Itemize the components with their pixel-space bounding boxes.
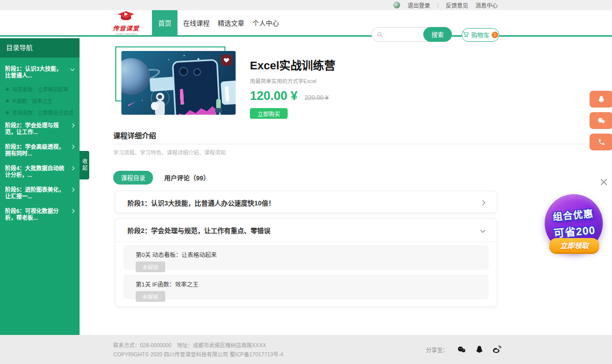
sidebar-item-label: 阶段2：学会处理与规范，让工作... (5, 122, 59, 135)
phone-contact-button[interactable] (590, 134, 612, 150)
pie-chart-icon (179, 67, 189, 76)
chart-panel-right (220, 80, 236, 105)
tablet-illustration (172, 59, 221, 115)
messages-link[interactable]: 消息中心 (475, 1, 498, 9)
stage2-accordion: 阶段2：学会处理与规范，让工作有重点、零错误 第0关 动态看板：让表格动起来 未… (115, 218, 497, 307)
sidebar-collapse-tab[interactable]: 收起 (80, 151, 89, 179)
sidebar-subitem-dashboard[interactable]: 动态看板：让表格动起来 (0, 83, 80, 95)
sidebar-item-label: 阶段5：进阶图表美化，让汇报一... (5, 187, 64, 199)
search-button[interactable]: 搜索 (423, 27, 452, 42)
user-avatar[interactable] (393, 2, 400, 9)
course-info: Excel实战训练营 用最简单实用的方式学Excel 120.00 ¥ 220.… (250, 56, 434, 119)
logout-link[interactable]: 退出登录 (407, 1, 430, 9)
promo-close-icon[interactable] (599, 177, 608, 187)
course-subtitle: 用最简单实用的方式学Excel (250, 77, 434, 85)
lock-icon (5, 110, 10, 115)
feedback-link[interactable]: 反馈意见 (446, 1, 468, 9)
phone-icon (598, 138, 605, 146)
chevron-right-icon (70, 209, 74, 213)
qq-contact-button[interactable] (590, 91, 612, 108)
page: 退出登录 | 反馈意见 消息中心 传音课堂 CHUANYINKETANG 首页 … (0, 0, 612, 364)
sidebar-item-label: 阶段3：学会高级透视，拥有同时... (5, 144, 64, 157)
sidebar-subitem-lookup-function[interactable]: 查询函数：让数据自己说话 (0, 107, 80, 118)
mini-bar-chart-icon (225, 84, 236, 101)
planet (121, 58, 150, 95)
tab-user-reviews[interactable]: 用户评论（99） (164, 173, 210, 183)
stage1-title: 阶段1：认识3大技能，比普通人办公速度快10倍！ (128, 198, 275, 207)
qq-icon (475, 345, 484, 354)
share-wechat-button[interactable] (456, 345, 467, 354)
sidebar-item-stage3[interactable]: 阶段3：学会高级透视，拥有同时... (0, 140, 80, 161)
stage1-accordion-header[interactable]: 阶段1：认识3大技能，比普通人办公速度快10倍！ (115, 191, 497, 214)
bar-chart-icon (180, 85, 214, 104)
detail-tabs: 课程目录 用户评论（99） (113, 171, 210, 185)
pie-chart-icon (193, 68, 201, 76)
cart-badge: 1 (492, 32, 498, 38)
nav-item-profile[interactable]: 个人中心 (249, 10, 283, 37)
course-title: Excel实战训练营 (250, 56, 434, 72)
search-box: 搜索 (371, 27, 452, 42)
wechat-contact-button[interactable] (590, 112, 612, 129)
cactus-pot (215, 108, 222, 113)
sidebar-item-stage5[interactable]: 阶段5：进阶图表美化，让汇报一... (0, 183, 80, 204)
nav-item-online-courses[interactable]: 在线课程 (180, 10, 213, 37)
cart-label: 购物车 (471, 31, 490, 39)
wechat-icon (597, 117, 606, 125)
chevron-right-icon (70, 166, 74, 170)
nav-item-home[interactable]: 首页 (152, 10, 177, 37)
sidebar-item-label: 阶段4：大批数据自动统计分析，... (5, 165, 64, 178)
logo-subtitle: CHUANYINKETANG (113, 32, 140, 35)
lesson-status-badge: 未解锁 (136, 262, 165, 272)
sidebar-item-stage1[interactable]: 阶段1：认识3大技能，比普通人... (0, 62, 80, 83)
detail-section-title: 课程详细介绍 (113, 130, 156, 140)
footer: 联系方式：028-0000000 地址：成都市武侯区槐树店南路XXXX COPY… (0, 335, 612, 364)
claim-coupon-button[interactable]: 立即领取 (549, 238, 599, 252)
chevron-down-icon (70, 67, 74, 71)
cart-icon (463, 31, 469, 39)
share-qq-button[interactable] (475, 345, 484, 354)
sidebar-subitem-label: 查询函数：让数据自己说话 (12, 109, 73, 116)
stage2-title: 阶段2：学会处理与规范，让工作有重点、零错误 (128, 225, 270, 235)
cart-button[interactable]: 购物车 1 (462, 28, 499, 42)
detail-description: 学习流程、学习特色、课程详细介绍、课程须知 (113, 148, 226, 156)
lesson-row-1[interactable]: 第1关 IF函数：效率之王 未解锁 (123, 275, 489, 299)
nav-item-featured-articles[interactable]: 精选文章 (214, 10, 248, 37)
stage2-accordion-header[interactable]: 阶段2：学会处理与规范，让工作有重点、零错误 (115, 219, 497, 242)
comet (128, 101, 137, 106)
stars (121, 51, 122, 52)
sidebar-subitem-if-function[interactable]: IF函数：效率之王 (0, 95, 80, 107)
course-thumbnail[interactable] (121, 51, 236, 115)
buy-now-button[interactable]: 立即购买 (250, 108, 288, 119)
footer-contact: 联系方式：028-0000000 地址：成都市武侯区槐树店南路XXXX (113, 341, 283, 350)
lesson-row-0[interactable]: 第0关 动态看板：让表格动起来 未解锁 (123, 245, 489, 270)
cactus (216, 99, 221, 109)
sidebar-item-stage4[interactable]: 阶段4：大批数据自动统计分析，... (0, 161, 80, 183)
share-label: 分享至： (426, 346, 448, 354)
navbar: 传音课堂 CHUANYINKETANG 首页 在线课程 精选文章 个人中心 搜索… (0, 10, 612, 37)
astronaut-backpack (151, 102, 158, 110)
chevron-right-icon (70, 145, 74, 149)
lesson-name: 第0关 动态看板：让表格动起来 (136, 250, 476, 258)
lock-icon (5, 98, 10, 103)
tab-course-catalog[interactable]: 课程目录 (113, 171, 153, 185)
chevron-right-icon (70, 188, 74, 192)
weibo-icon (492, 345, 502, 354)
share-weibo-button[interactable] (492, 345, 502, 354)
catalog-sidebar: 目录导航 阶段1：认识3大技能，比普通人... 动态看板：让表格动起来 IF函数… (0, 38, 80, 335)
logo[interactable]: 传音课堂 CHUANYINKETANG (110, 11, 142, 35)
search-icon (377, 32, 383, 38)
course-original-price: 220.00 ¥ (304, 94, 328, 101)
sidebar-item-label: 阶段6：可视化数据分析，帮老板... (5, 208, 59, 221)
astronaut-visor (158, 95, 162, 99)
logo-icon (117, 15, 135, 23)
sidebar-item-stage6[interactable]: 阶段6：可视化数据分析，帮老板... (0, 204, 80, 225)
wechat-icon (456, 345, 467, 354)
favorite-button[interactable] (221, 55, 232, 66)
sidebar-item-stage2[interactable]: 阶段2：学会处理与规范，让工作... (0, 118, 80, 140)
chevron-right-icon (70, 123, 74, 127)
heart-icon (223, 57, 230, 63)
promo-line1: 组合优惠 (544, 205, 603, 224)
footer-copyright: COPYRIGHT© 2020 四川传音课堂科技有限公司 蜀ICP备170177… (113, 350, 283, 359)
course-price: 120.00 ¥ (250, 89, 297, 103)
chevron-down-icon (480, 228, 486, 233)
